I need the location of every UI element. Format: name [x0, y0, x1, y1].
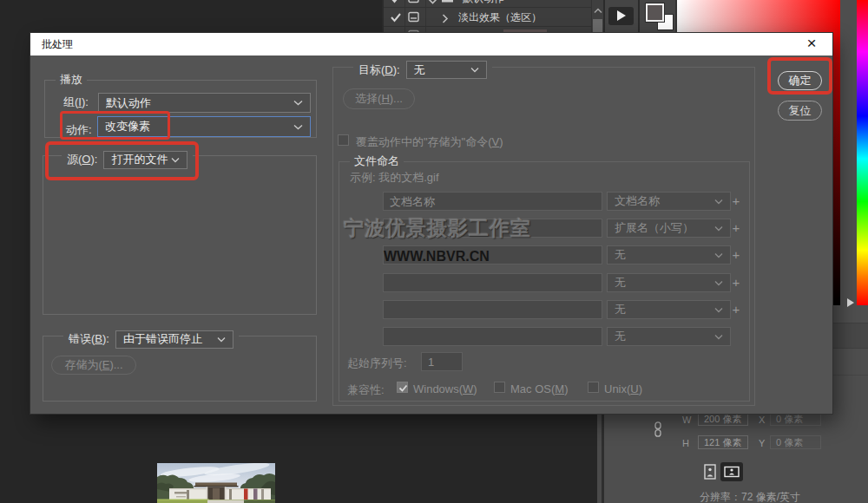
action-row-fade-effect[interactable]: 淡出效果（选区）: [384, 8, 591, 27]
chevron-down-icon: [470, 67, 479, 73]
chevron-down-icon: [293, 124, 303, 130]
y-field[interactable]: 0 像素: [770, 435, 821, 449]
unix-label: Unix(U): [604, 382, 642, 395]
dialog-toggle-icon[interactable]: [408, 11, 419, 25]
watermark-website: WWW.NBVR.CN: [384, 249, 490, 265]
height-label: H: [682, 438, 689, 448]
naming-input-5[interactable]: [383, 300, 602, 319]
chevron-down-icon: [217, 336, 226, 343]
resolution-text: 分辨率：72 像素/英寸: [700, 490, 800, 503]
check-icon[interactable]: [390, 11, 402, 26]
add-naming-element-button[interactable]: +: [730, 277, 742, 289]
close-icon[interactable]: ×: [799, 33, 825, 56]
landscape-orientation-button[interactable]: [720, 462, 743, 481]
panel-divider: [638, 0, 640, 33]
chevron-down-icon: [714, 225, 723, 232]
height-field[interactable]: 121 像素: [698, 435, 748, 449]
portrait-orientation-button[interactable]: [701, 462, 719, 481]
destination-dropdown[interactable]: 无: [406, 61, 487, 79]
naming-input-1[interactable]: [383, 192, 602, 211]
annotation-ok-highlight: [767, 57, 832, 95]
dialog-title: 批处理: [42, 38, 73, 50]
set-dropdown[interactable]: 默认动作: [98, 93, 311, 113]
play-icon: [617, 10, 626, 21]
color-picker-hue-strip[interactable]: [857, 0, 868, 305]
add-naming-element-button[interactable]: +: [730, 304, 742, 316]
action-set-name[interactable]: 默认动作: [463, 0, 504, 5]
naming-input-6[interactable]: [383, 327, 602, 346]
destination-label: 目标(D):: [358, 62, 400, 78]
windows-label: Windows(W): [413, 382, 477, 395]
unix-checkbox[interactable]: [588, 382, 599, 393]
chevron-down-icon: [714, 280, 723, 286]
override-save-as-label: 覆盖动作中的"存储为"命令(V): [356, 134, 503, 150]
play-button[interactable]: [608, 7, 634, 25]
naming-dropdown-5[interactable]: 无: [607, 300, 731, 319]
naming-dropdown-4[interactable]: 无: [607, 273, 731, 292]
chevron-down-icon[interactable]: [428, 0, 437, 7]
chevron-right-icon[interactable]: [442, 13, 449, 26]
x-label: X: [759, 415, 765, 425]
override-save-as-checkbox[interactable]: [338, 134, 349, 146]
dialog-toggle-icon[interactable]: [408, 0, 419, 6]
naming-dropdown-2[interactable]: 扩展名（小写）: [607, 219, 731, 238]
file-naming-legend: 文件命名: [350, 154, 404, 167]
x-field[interactable]: 0 像素: [770, 412, 821, 426]
play-group-legend: 播放: [56, 73, 87, 86]
check-icon: [398, 383, 409, 393]
naming-input-4[interactable]: [383, 273, 602, 292]
error-legend-row: 错误(B): 由于错误而停止: [63, 329, 239, 349]
watermark-studio-name: 宁波优景摄影工作室: [344, 215, 531, 242]
chevron-down-icon: [714, 252, 723, 258]
folder-icon: [441, 0, 454, 5]
serial-number-input[interactable]: [421, 352, 463, 371]
panel-divider: [603, 0, 605, 33]
chevron-down-icon: [293, 100, 303, 106]
link-dimensions-icon[interactable]: [653, 421, 663, 440]
annotation-source-highlight: [45, 141, 199, 180]
reset-button[interactable]: 复位: [778, 101, 822, 121]
panel-divider: [602, 415, 604, 503]
scroll-up-icon[interactable]: [594, 3, 602, 16]
y-label: Y: [759, 438, 765, 448]
set-label: 组(I):: [63, 95, 89, 110]
destination-legend-row: 目标(D): 无: [353, 60, 492, 80]
scrollbar-thumb[interactable]: [593, 19, 602, 33]
windows-checkbox[interactable]: [397, 382, 408, 393]
error-label: 错误(B):: [69, 331, 109, 347]
macos-checkbox[interactable]: [494, 382, 505, 393]
serial-number-label: 起始序列号:: [347, 356, 407, 371]
file-naming-example: 示例: 我的文档.gif: [350, 170, 439, 186]
naming-dropdown-3[interactable]: 无: [607, 245, 731, 265]
actions-panel: 默认动作 淡出效果（选区）: [382, 0, 603, 33]
actions-scrollbar[interactable]: [591, 0, 603, 33]
choose-button[interactable]: 选择(H)...: [343, 88, 415, 109]
add-naming-element-button[interactable]: +: [730, 249, 742, 261]
naming-dropdown-1[interactable]: 文档名称: [607, 192, 731, 211]
naming-dropdown-6[interactable]: 无: [607, 327, 731, 346]
document-photo-thumbnail: [157, 463, 275, 503]
macos-label: Mac OS(M): [510, 382, 568, 395]
action-name[interactable]: 淡出效果（选区）: [458, 10, 542, 24]
chevron-down-icon: [714, 334, 723, 340]
chevron-down-icon: [714, 199, 723, 205]
width-label: W: [682, 415, 691, 425]
chevron-down-icon: [714, 307, 723, 313]
check-icon[interactable]: [390, 0, 402, 7]
hue-slider-triangle-icon[interactable]: [847, 298, 854, 307]
compatibility-label: 兼容性:: [347, 382, 385, 398]
save-as-button[interactable]: 存储为(E)...: [51, 356, 136, 375]
foreground-color-swatch[interactable]: [646, 3, 664, 22]
add-naming-element-button[interactable]: +: [730, 195, 742, 207]
error-dropdown[interactable]: 由于错误而停止: [115, 330, 233, 349]
width-field[interactable]: 200 像素: [698, 412, 748, 426]
photoshop-workspace: 默认动作 淡出效果（选区） W 2: [0, 0, 868, 503]
action-row-default-actions[interactable]: 默认动作: [384, 0, 591, 8]
add-naming-element-button[interactable]: +: [730, 222, 742, 234]
annotation-action-highlight: [60, 111, 170, 140]
dialog-titlebar[interactable]: 批处理 ×: [30, 33, 832, 56]
